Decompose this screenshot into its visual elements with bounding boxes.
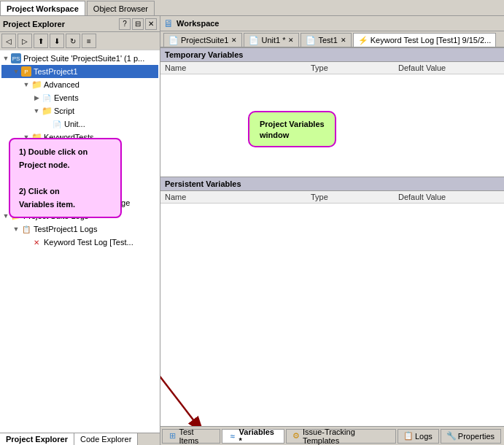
- expander-suite1[interactable]: ▼: [1, 55, 10, 62]
- help-icon-btn[interactable]: ?: [119, 18, 131, 30]
- persistent-header: Persistent Variables: [160, 177, 504, 191]
- unit1-icon: 📄: [249, 35, 259, 45]
- tree-label-advanced: Advanced: [44, 80, 80, 89]
- test1-icon: 📄: [306, 35, 316, 45]
- expander-advanced[interactable]: ▼: [22, 81, 31, 88]
- tree-item-advanced[interactable]: ▼ 📁 Advanced: [1, 78, 158, 91]
- tree-label-suite1: Project Suite 'ProjectSuite1' (1 p...: [23, 54, 144, 63]
- minimize-icon-btn[interactable]: ⊟: [132, 18, 144, 30]
- tree-item-project-logs[interactable]: ▼ 📋 TestProject1 Logs: [1, 222, 158, 236]
- left-panel-header: Project Explorer ? ⊟ ✕: [0, 16, 160, 32]
- persistent-columns: Name Type Default Value: [160, 191, 504, 204]
- log-error-icon: ✕: [31, 236, 42, 248]
- right-panel: 🖥 Workspace 📄 ProjectSuite1 ✕ 📄 Unit1 * …: [160, 16, 504, 445]
- tree-label-events: Events: [54, 93, 79, 102]
- temporary-columns: Name Type Default Value: [160, 62, 504, 74]
- tree-label-unit: Unit...: [64, 120, 85, 128]
- tab-close-projectsuite1[interactable]: ✕: [231, 36, 237, 44]
- temporary-body: Project Variables window: [160, 74, 504, 177]
- tree-item-events[interactable]: ▶ 📄 Events: [1, 91, 158, 104]
- persistent-body: [160, 204, 504, 335]
- right-tabs: 📄 ProjectSuite1 ✕ 📄 Unit1 * ✕ 📄 Test1 ✕ …: [160, 31, 504, 47]
- pv-annotation: Project Variables window: [248, 111, 336, 147]
- toolbar-btn-forward[interactable]: ▷: [18, 34, 32, 48]
- workspace-icon: 🖥: [163, 18, 174, 29]
- expander-events[interactable]: ▶: [32, 94, 41, 101]
- temporary-variables-section: Temporary Variables Name Type Default Va…: [160, 47, 504, 177]
- tab-issue-tracking[interactable]: ⚙ Issue-Tracking Templates: [286, 429, 396, 444]
- tab-unit1[interactable]: 📄 Unit1 * ✕: [244, 33, 299, 47]
- close-icon-btn[interactable]: ✕: [145, 18, 157, 30]
- tab-close-unit1[interactable]: ✕: [288, 36, 294, 44]
- expander-project-logs[interactable]: ▼: [12, 225, 20, 233]
- col-default-temp: Default Value: [398, 63, 500, 72]
- toolbar-btn-refresh[interactable]: ↻: [66, 34, 80, 48]
- suite-icon: PS: [10, 53, 22, 64]
- tree-item-script[interactable]: ▼ 📁 Script: [1, 104, 158, 117]
- top-tabs: Project Workspace Object Browser: [0, 0, 504, 16]
- content-area: Project Explorer ? ⊟ ✕ ◁ ▷ ⬆ ⬇ ↻ ≡: [0, 16, 504, 445]
- instruction-box: 1) Double click on Project node. 2) Clic…: [9, 138, 122, 218]
- temporary-header: Temporary Variables: [160, 47, 504, 62]
- col-type-persist: Type: [311, 193, 398, 201]
- tree-label-project1: TestProject1: [34, 67, 78, 76]
- toolbar-btn-down[interactable]: ⬇: [50, 34, 64, 48]
- workspace-label: Workspace: [177, 19, 220, 28]
- tab-variables[interactable]: ≈ Variables *: [222, 429, 284, 444]
- folder-icon-script: 📁: [41, 105, 53, 117]
- tab-keywordlog[interactable]: ⚡ Keyword Test Log [Test1] 9/15/2...: [353, 33, 497, 47]
- col-default-persist: Default Value: [398, 193, 500, 201]
- tree-item-unit[interactable]: 📄 Unit...: [1, 117, 158, 131]
- bottom-tabs: ⊞ Test Items ≈ Variables * ⚙ Issue-Track…: [160, 426, 504, 445]
- tab-logs[interactable]: 📋 Logs: [398, 429, 439, 444]
- tab-projectsuite1[interactable]: 📄 ProjectSuite1 ✕: [163, 33, 242, 47]
- toolbar-row: ◁ ▷ ⬆ ⬇ ↻ ≡: [0, 32, 160, 50]
- tab-project-explorer[interactable]: Project Explorer: [0, 433, 74, 445]
- tab-close-test1[interactable]: ✕: [341, 36, 346, 44]
- toolbar-btn-up[interactable]: ⬆: [34, 34, 48, 48]
- toolbar-btn-menu[interactable]: ≡: [82, 34, 96, 48]
- tree-label-keyword-log: Keyword Test Log [Test...: [44, 238, 133, 247]
- left-panel-title: Project Explorer: [3, 20, 65, 28]
- project-logs-icon: 📋: [20, 223, 32, 235]
- tree-label-project-logs: TestProject1 Logs: [34, 225, 97, 233]
- logs-icon: 📋: [404, 432, 413, 441]
- tab-properties[interactable]: 🔧 Properties: [441, 429, 501, 444]
- projectsuite1-icon: 📄: [168, 35, 179, 45]
- col-name-temp: Name: [165, 63, 311, 72]
- issue-tracking-icon: ⚙: [292, 432, 301, 441]
- expander-script[interactable]: ▼: [32, 107, 41, 115]
- file-icon-unit: 📄: [51, 118, 63, 130]
- file-icon-events: 📄: [41, 92, 53, 104]
- tab-object-browser[interactable]: Object Browser: [87, 1, 155, 15]
- project-icon: P: [20, 66, 32, 77]
- tab-project-workspace[interactable]: Project Workspace: [0, 1, 85, 15]
- tree-label-script: Script: [54, 107, 74, 115]
- tab-code-explorer[interactable]: Code Explorer: [74, 433, 138, 445]
- properties-icon: 🔧: [447, 432, 456, 441]
- main-container: Project Workspace Object Browser Project…: [0, 0, 504, 445]
- tab-test1[interactable]: 📄 Test1 ✕: [301, 33, 351, 47]
- expander-project1[interactable]: ▼: [12, 68, 20, 75]
- left-panel-bottom-tabs: Project Explorer Code Explorer: [0, 433, 160, 445]
- col-type-temp: Type: [311, 63, 398, 72]
- tree-item-keyword-log[interactable]: ✕ Keyword Test Log [Test...: [1, 236, 158, 249]
- keywordlog-icon: ⚡: [358, 35, 368, 45]
- tree-item-suite1[interactable]: ▼ PS Project Suite 'ProjectSuite1' (1 p.…: [1, 52, 158, 65]
- header-icons: ? ⊟ ✕: [119, 18, 157, 30]
- variables-icon: ≈: [228, 432, 236, 441]
- col-name-persist: Name: [165, 193, 311, 201]
- folder-icon-advanced: 📁: [31, 79, 42, 90]
- persistent-variables-section: Persistent Variables Name Type Default V…: [160, 177, 504, 335]
- tab-test-items[interactable]: ⊞ Test Items: [162, 429, 220, 444]
- tree-area[interactable]: ▼ PS Project Suite 'ProjectSuite1' (1 p.…: [0, 50, 160, 433]
- left-panel: Project Explorer ? ⊟ ✕ ◁ ▷ ⬆ ⬇ ↻ ≡: [0, 16, 160, 445]
- tree-item-project1[interactable]: ▼ P TestProject1: [1, 65, 158, 78]
- toolbar-btn-back[interactable]: ◁: [1, 34, 16, 48]
- test-items-icon: ⊞: [168, 432, 177, 441]
